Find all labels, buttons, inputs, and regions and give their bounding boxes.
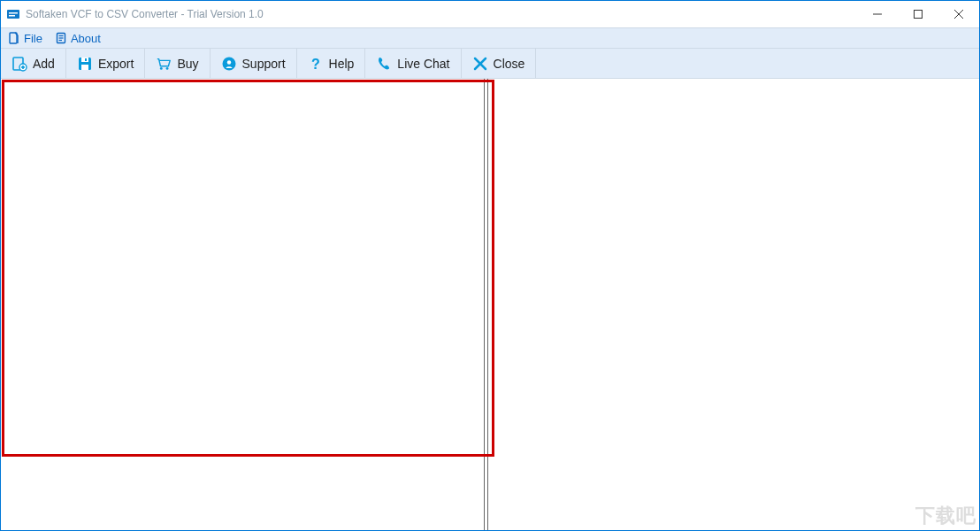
svg-text:?: ? [311,57,320,72]
menu-about[interactable]: About [55,32,101,45]
window-controls [857,1,979,27]
close-window-button[interactable] [938,1,979,27]
document-icon [55,32,67,44]
svg-rect-0 [7,10,19,19]
close-label: Close [494,57,525,71]
svg-rect-2 [9,15,15,17]
svg-rect-18 [81,65,88,70]
app-icon [6,7,20,21]
add-button[interactable]: Add [1,49,66,78]
buy-label: Buy [177,57,198,71]
support-label: Support [242,57,286,71]
menu-about-label: About [71,32,101,45]
title-bar: Softaken VCF to CSV Converter - Trial Ve… [1,1,979,27]
help-button[interactable]: ? Help [297,49,366,78]
svg-point-23 [226,60,230,64]
save-icon [77,56,93,72]
cart-icon [156,56,172,72]
help-icon: ? [308,56,324,72]
support-button[interactable]: Support [211,49,297,78]
svg-rect-7 [10,33,17,43]
minimize-button[interactable] [857,1,898,27]
svg-rect-19 [85,58,87,61]
left-panel [1,79,485,530]
menu-file[interactable]: File [8,32,42,45]
livechat-label: Live Chat [397,57,449,71]
window-title: Softaken VCF to CSV Converter - Trial Ve… [26,8,857,20]
phone-icon [376,56,392,72]
svg-rect-1 [9,12,18,14]
export-button[interactable]: Export [66,49,145,78]
export-label: Export [98,57,134,71]
livechat-button[interactable]: Live Chat [365,49,461,78]
maximize-button[interactable] [898,1,938,27]
menu-file-label: File [24,32,42,45]
toolbar: Add Export Buy Support ? Help Live Chat [1,49,979,79]
support-icon [221,56,237,72]
svg-point-20 [160,66,163,69]
right-panel [488,79,979,530]
close-button[interactable]: Close [462,49,537,78]
svg-point-21 [166,66,169,69]
buy-button[interactable]: Buy [145,49,210,78]
content-area [1,79,979,530]
add-icon [11,56,27,72]
add-label: Add [33,57,55,71]
menu-bar: File About [1,27,979,49]
svg-rect-4 [915,11,923,19]
file-icon [8,32,20,44]
help-label: Help [329,57,355,71]
close-icon [472,56,488,72]
